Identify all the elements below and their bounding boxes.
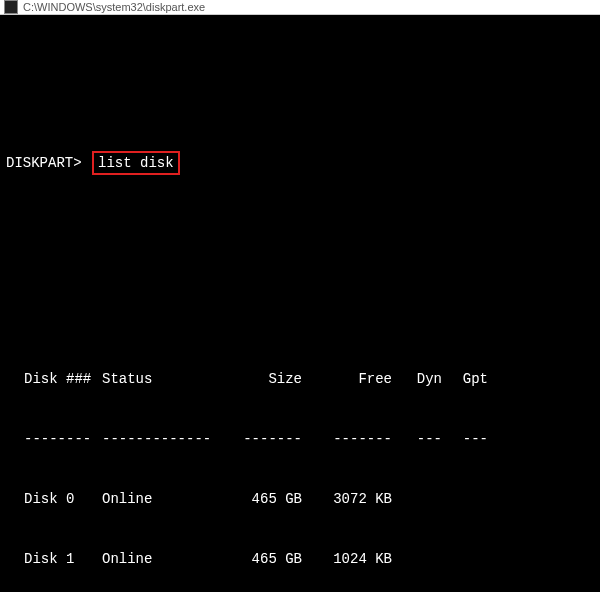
hdr-status: Status xyxy=(102,369,222,389)
prompt: DISKPART> xyxy=(6,155,82,171)
app-icon xyxy=(4,0,18,14)
table-divider: ----------------------------------------… xyxy=(10,429,594,449)
hdr-disk: Disk ### xyxy=(24,369,102,389)
cmd-list-disk: list disk xyxy=(92,151,180,175)
hdr-size: Size xyxy=(222,369,302,389)
hdr-gpt: Gpt xyxy=(442,369,488,389)
table-row: Disk 0Online465 GB3072 KB xyxy=(10,489,594,509)
prompt-line: DISKPART> list disk xyxy=(6,151,594,175)
disk-table: Disk ###StatusSizeFreeDynGpt -----------… xyxy=(6,329,594,592)
table-header: Disk ###StatusSizeFreeDynGpt xyxy=(10,369,594,389)
window-title: C:\WINDOWS\system32\diskpart.exe xyxy=(23,1,205,13)
titlebar[interactable]: C:\WINDOWS\system32\diskpart.exe xyxy=(0,0,600,15)
hdr-dyn: Dyn xyxy=(392,369,442,389)
console-window: C:\WINDOWS\system32\diskpart.exe DISKPAR… xyxy=(0,0,600,592)
table-row: Disk 1Online465 GB1024 KB xyxy=(10,549,594,569)
terminal-output[interactable]: DISKPART> list disk Disk ###StatusSizeFr… xyxy=(0,15,600,592)
hdr-free: Free xyxy=(302,369,392,389)
